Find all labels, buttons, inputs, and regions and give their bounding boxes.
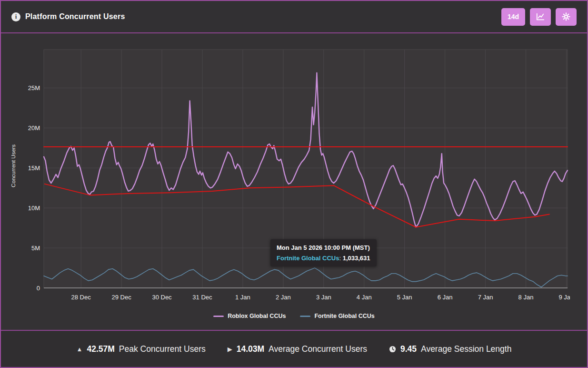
stats-footer: 42.57M Peak Concurrent Users 14.03M Aver… [1, 330, 587, 367]
svg-text:5 Jan: 5 Jan [397, 294, 412, 301]
fortnite-line-swatch [300, 316, 310, 317]
svg-text:3 Jan: 3 Jan [316, 294, 331, 301]
legend-label: Fortnite Global CCUs [314, 313, 374, 319]
triangle-up-icon [77, 346, 83, 352]
svg-text:7 Jan: 7 Jan [478, 294, 493, 301]
legend-item-fortnite[interactable]: Fortnite Global CCUs [300, 313, 374, 319]
svg-text:30 Dec: 30 Dec [152, 294, 172, 301]
stat-value: 9.45 [400, 344, 417, 354]
svg-text:0: 0 [37, 285, 40, 292]
chart-legend: Roblox Global CCUs Fortnite Global CCUs [1, 313, 587, 319]
svg-text:15M: 15M [28, 164, 40, 172]
date-range-button[interactable]: 14d [501, 8, 525, 26]
peak-users-stat: 42.57M Peak Concurrent Users [77, 344, 206, 354]
settings-button[interactable] [556, 8, 577, 26]
gear-icon [562, 12, 570, 21]
header-actions: 14d [501, 8, 577, 26]
svg-text:9 Jan: 9 Jan [559, 294, 570, 301]
stat-label: Average Concurrent Users [269, 344, 367, 354]
y-axis-title: Concurrent Users [9, 47, 18, 285]
session-length-stat: 9.45 Average Session Length [389, 344, 511, 354]
chart-type-button[interactable] [530, 8, 551, 26]
svg-text:8 Jan: 8 Jan [518, 294, 534, 301]
svg-text:1 Jan: 1 Jan [235, 294, 250, 301]
chart-canvas[interactable]: 05M10M15M20M25M28 Dec29 Dec30 Dec31 Dec1… [22, 47, 570, 307]
card-header: i Platform Concurrent Users 14d [1, 1, 587, 33]
svg-text:6 Jan: 6 Jan [438, 294, 453, 301]
chart-section: Concurrent Users 05M10M15M20M25M28 Dec29… [1, 33, 587, 330]
page-title: Platform Concurrent Users [25, 12, 125, 21]
roblox-line-swatch [213, 316, 224, 317]
clock-icon [389, 346, 396, 353]
stat-label: Peak Concurrent Users [119, 344, 206, 354]
legend-label: Roblox Global CCUs [228, 313, 286, 319]
platform-concurrent-users-card: i Platform Concurrent Users 14d [0, 0, 588, 368]
triangle-right-icon [228, 346, 232, 352]
svg-text:31 Dec: 31 Dec [192, 294, 212, 301]
svg-text:20M: 20M [28, 124, 40, 132]
line-chart-icon [536, 12, 545, 21]
svg-text:29 Dec: 29 Dec [111, 294, 131, 301]
legend-item-roblox[interactable]: Roblox Global CCUs [213, 313, 286, 319]
title-wrap: i Platform Concurrent Users [11, 12, 125, 21]
svg-text:5M: 5M [31, 245, 40, 252]
stat-value: 42.57M [87, 344, 114, 354]
average-users-stat: 14.03M Average Concurrent Users [228, 344, 367, 354]
svg-text:10M: 10M [28, 204, 40, 212]
stat-value: 14.03M [237, 344, 264, 354]
svg-text:4 Jan: 4 Jan [357, 294, 372, 301]
svg-text:28 Dec: 28 Dec [71, 294, 91, 301]
svg-text:2 Jan: 2 Jan [276, 294, 291, 301]
stat-label: Average Session Length [421, 344, 511, 354]
info-icon[interactable]: i [11, 12, 20, 21]
svg-text:25M: 25M [28, 84, 40, 92]
